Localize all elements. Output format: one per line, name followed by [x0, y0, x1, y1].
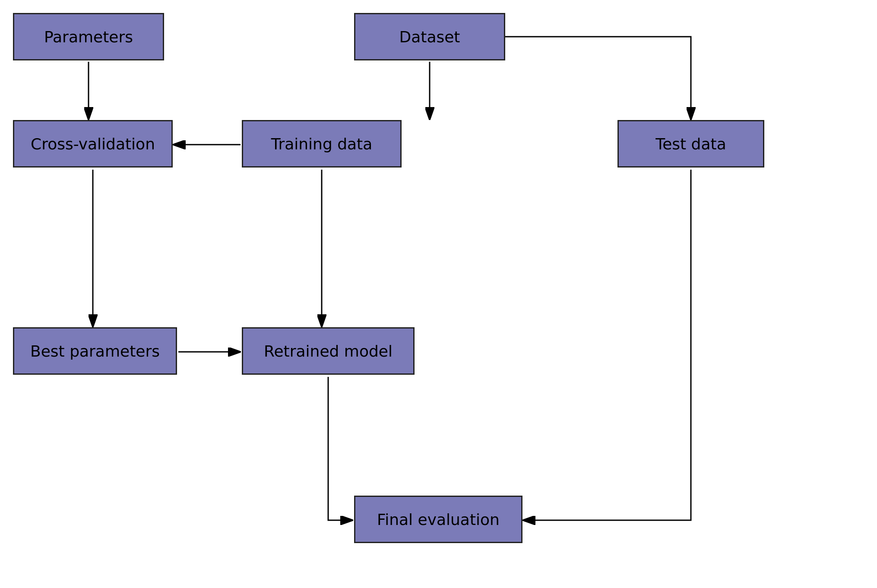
cross-validation-box: Cross-validation	[13, 120, 173, 168]
training-data-box: Training data	[242, 120, 402, 168]
test-data-box: Test data	[617, 120, 764, 168]
dataset-box: Dataset	[354, 13, 505, 60]
parameters-box: Parameters	[13, 13, 164, 60]
retrained-model-box: Retrained model	[242, 327, 415, 375]
best-parameters-box: Best parameters	[13, 327, 177, 375]
diagram: Parameters Dataset Cross-validation Trai…	[0, 0, 877, 588]
final-evaluation-box: Final evaluation	[354, 496, 522, 543]
